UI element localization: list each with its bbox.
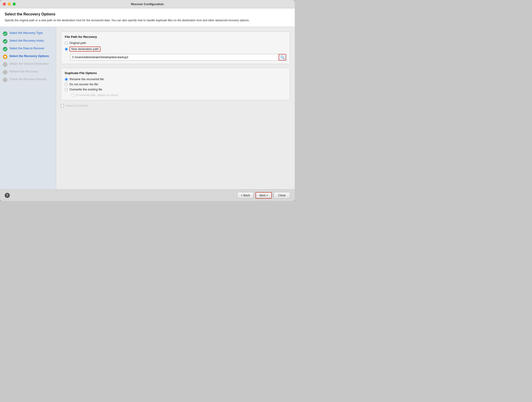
footer-left: ?: [5, 193, 10, 198]
overwrite-label[interactable]: Overwrite the existing file: [70, 88, 102, 91]
overwrite-radio[interactable]: [65, 88, 68, 91]
no-recover-row: Do not recover the file: [65, 83, 286, 86]
overwrite-row: Overwrite the existing file: [65, 88, 286, 91]
sidebar: Select the Recovery Type Select the Reco…: [0, 27, 56, 189]
browse-button[interactable]: 🔍: [279, 54, 286, 61]
sidebar-item-step5[interactable]: Obtain the Volume Information: [0, 61, 56, 68]
file-path-section: File Path for Recovery Original path New…: [61, 31, 290, 64]
replace-reboot-label: If overwrite fails, replace at reboot: [76, 93, 118, 97]
traffic-lights: [3, 3, 16, 6]
close-traffic-light[interactable]: [3, 3, 6, 6]
sidebar-label-step7: Check the Recovery Results: [9, 77, 46, 81]
rename-label[interactable]: Rename the recovered file: [70, 78, 104, 81]
minimize-traffic-light[interactable]: [8, 3, 11, 6]
maximize-traffic-light[interactable]: [13, 3, 16, 6]
main-window: Recover Configuration Select the Recover…: [0, 0, 295, 201]
svg-point-2: [3, 47, 7, 51]
inactive-icon-step6: [3, 70, 7, 74]
sidebar-item-step1[interactable]: Select the Recovery Type: [0, 30, 56, 37]
original-path-radio[interactable]: [65, 42, 68, 45]
sidebar-item-step7[interactable]: Check the Recovery Results: [0, 76, 56, 84]
inactive-icon-step5: [3, 62, 7, 67]
browse-icon: 🔍: [280, 56, 285, 59]
sidebar-label-step2: Select the Recovery Hosts: [9, 39, 44, 43]
svg-point-0: [3, 31, 7, 36]
advanced-options-row: Advanced Options: [61, 104, 290, 107]
original-path-row: Original path: [65, 41, 286, 45]
inactive-icon-step7: [3, 78, 7, 82]
page-description: Specify the original path or a new path …: [5, 18, 290, 22]
content-area: Select the Recovery Type Select the Reco…: [0, 27, 295, 189]
duplicate-title: Duplicate File Options: [65, 71, 286, 75]
header-section: Select the Recovery Options Specify the …: [0, 8, 295, 27]
check-circle-icon-step1: [3, 31, 7, 36]
no-recover-radio[interactable]: [65, 83, 68, 86]
page-title: Select the Recovery Options: [5, 12, 290, 16]
next-button[interactable]: Next >: [255, 192, 272, 199]
svg-point-5: [3, 62, 7, 67]
sidebar-label-step4: Select the Recovery Options: [9, 54, 49, 58]
svg-point-1: [3, 39, 7, 43]
duplicate-file-section: Duplicate File Options Rename the recove…: [61, 68, 290, 100]
main-panel: File Path for Recovery Original path New…: [56, 27, 295, 189]
new-dest-row: New destination path: [65, 47, 286, 52]
path-input[interactable]: [70, 54, 279, 61]
footer: ? < Back Next > Close: [0, 189, 295, 201]
replace-reboot-checkbox[interactable]: [71, 94, 74, 97]
svg-point-7: [3, 78, 7, 82]
sidebar-label-step3: Select the Data to Recover: [9, 47, 44, 51]
check-circle-icon-step3: [3, 47, 7, 51]
advanced-options-checkbox[interactable]: [61, 104, 64, 107]
check-circle-icon-step2: [3, 39, 7, 44]
no-recover-label[interactable]: Do not recover the file: [70, 83, 98, 86]
sidebar-item-step3[interactable]: Select the Data to Recover: [0, 45, 56, 53]
close-button[interactable]: Close: [274, 192, 290, 199]
new-dest-path-label[interactable]: New destination path: [70, 47, 101, 52]
sidebar-label-step5: Obtain the Volume Information: [9, 62, 49, 66]
rename-option-row: Rename the recovered file: [65, 78, 286, 81]
titlebar: Recover Configuration: [0, 0, 295, 8]
svg-point-4: [4, 56, 6, 58]
svg-point-6: [3, 70, 7, 74]
rename-radio[interactable]: [65, 78, 68, 81]
sidebar-label-step1: Select the Recovery Type: [9, 31, 43, 35]
overwrite-sub-row: If overwrite fails, replace at reboot: [71, 93, 286, 97]
sidebar-label-step6: Perform the Recovery: [9, 70, 38, 74]
sidebar-item-step2[interactable]: Select the Recovery Hosts: [0, 37, 56, 45]
file-path-title: File Path for Recovery: [65, 35, 286, 38]
path-input-row: 🔍: [70, 54, 286, 61]
sidebar-item-step6[interactable]: Perform the Recovery: [0, 68, 56, 76]
sidebar-item-step4[interactable]: Select the Recovery Options: [0, 53, 56, 61]
original-path-label[interactable]: Original path: [70, 41, 86, 45]
window-title: Recover Configuration: [131, 2, 164, 6]
advanced-options-label[interactable]: Advanced Options: [65, 104, 89, 107]
back-button[interactable]: < Back: [237, 192, 253, 199]
help-icon-label: ?: [6, 194, 8, 197]
footer-right: < Back Next > Close: [237, 192, 290, 199]
help-button[interactable]: ?: [5, 193, 10, 198]
new-dest-path-radio[interactable]: [65, 48, 68, 51]
current-icon-step4: [3, 55, 7, 59]
